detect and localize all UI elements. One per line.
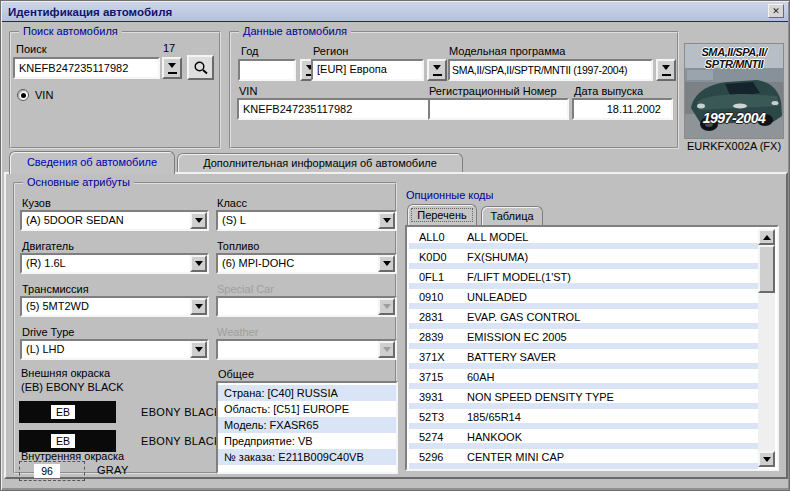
- option-code-row[interactable]: K0D0 FX(SHUMA): [409, 249, 758, 269]
- option-codes-label: Опционные коды: [406, 189, 493, 201]
- option-code: 5274: [409, 429, 467, 443]
- search-input[interactable]: [13, 57, 160, 79]
- fuel-label: Топливо: [217, 240, 259, 252]
- option-description: HANKOOK: [467, 429, 522, 443]
- option-code: 371X: [409, 349, 467, 363]
- region-dropdown-button[interactable]: [427, 59, 447, 81]
- tab-option-list-label: Перечень: [417, 209, 467, 221]
- close-icon[interactable]: ✕: [768, 4, 784, 18]
- car-photo-years: 1997-2004: [685, 110, 783, 126]
- class-combobox[interactable]: (S) L: [216, 210, 397, 231]
- general-info-line: Предприятие: VB: [218, 433, 396, 449]
- model-program-field[interactable]: SMA,II/SPA,II/SPTR/MNTII (1997-2004): [448, 59, 653, 81]
- year-input[interactable]: [238, 59, 296, 81]
- search-history-dropdown-button[interactable]: [162, 57, 182, 79]
- body-label: Кузов: [22, 197, 51, 209]
- option-code-row[interactable]: 5296 CENTER MINI CAP: [409, 449, 758, 469]
- tab-additional-info[interactable]: Дополнительная информация об автомобиле: [177, 153, 463, 172]
- chevron-down-icon[interactable]: [378, 255, 395, 272]
- option-code: 5386: [409, 469, 467, 471]
- option-code-row[interactable]: 0FL1 F/LIFT MODEL(1'ST): [409, 269, 758, 289]
- engine-combobox[interactable]: (R) 1.6L: [20, 253, 209, 274]
- general-info-label: Общее: [218, 368, 254, 380]
- model-program-dropdown-button[interactable]: [656, 59, 676, 81]
- chevron-down-icon[interactable]: [190, 341, 207, 358]
- option-code-row[interactable]: 3715 60AH: [409, 369, 758, 389]
- paint-swatch-name: EBONY BLACK: [141, 435, 222, 447]
- general-info-line: № заказа: E211B009C40VB: [218, 449, 396, 465]
- vehicle-data-group-label: Данные автомобиля: [239, 25, 351, 37]
- engine-value: (R) 1.6L: [26, 257, 187, 269]
- vin-radio[interactable]: VIN: [17, 89, 53, 101]
- vin-input[interactable]: [237, 98, 437, 120]
- scrollbar-thumb[interactable]: [758, 245, 775, 293]
- vin-radio-label: VIN: [35, 89, 53, 101]
- exterior-paint-label: Внешняя окраска: [21, 367, 110, 379]
- scrollbar[interactable]: [758, 229, 775, 467]
- transmission-combobox[interactable]: (5) 5MT2WD: [20, 296, 209, 317]
- option-code: ALL0: [409, 229, 467, 243]
- car-photo-title-line2: SPTR/MNTII: [685, 58, 783, 70]
- engine-label: Двигатель: [22, 240, 74, 252]
- chevron-down-icon[interactable]: [190, 212, 207, 229]
- exterior-paint-value: (EB) EBONY BLACK: [21, 381, 124, 393]
- option-code-row[interactable]: 2839 EMISSION EC 2005: [409, 329, 758, 349]
- chevron-down-icon[interactable]: [190, 298, 207, 315]
- dialog-title: Идентификация автомобиля: [8, 6, 172, 18]
- dropdown-bar-icon: [168, 72, 177, 74]
- search-icon: [193, 60, 209, 76]
- chevron-down-icon[interactable]: [190, 255, 207, 272]
- paint-swatch-code: EB: [51, 434, 75, 448]
- search-label: Поиск: [16, 43, 46, 55]
- option-code: 3715: [409, 369, 467, 383]
- dropdown-arrow-icon: [433, 65, 441, 74]
- option-code-row[interactable]: 0910 UNLEADED: [409, 289, 758, 309]
- scrollbar-up-button[interactable]: [758, 229, 775, 245]
- scrollbar-down-button[interactable]: [758, 451, 775, 467]
- region-field[interactable]: [EUR] Европа: [311, 59, 424, 81]
- body-combobox[interactable]: (A) 5DOOR SEDAN: [20, 210, 209, 231]
- option-description: EMISSION EC 2005: [467, 329, 567, 343]
- fuel-value: (6) MPI-DOHC: [222, 257, 375, 269]
- arrow-down-icon: [763, 457, 771, 466]
- drive-type-combobox[interactable]: (L) LHD: [20, 339, 209, 360]
- option-code-row[interactable]: 5274 HANKOOK: [409, 429, 758, 449]
- chevron-down-icon: [378, 341, 395, 358]
- option-code-row[interactable]: ALL0 ALL MODEL: [409, 229, 758, 249]
- option-code-row[interactable]: 2831 EVAP. GAS CONTROL: [409, 309, 758, 329]
- model-program-label: Модельная программа: [449, 45, 565, 57]
- interior-paint-swatch: 96: [19, 461, 85, 481]
- vehicle-identification-dialog: Идентификация автомобиля ✕ Поиск автомоб…: [0, 0, 790, 491]
- drive-type-label: Drive Type: [22, 326, 74, 338]
- option-description: 60AH: [467, 369, 495, 383]
- option-code-row[interactable]: 3931 NON SPEED DENSITY TYPE: [409, 389, 758, 409]
- option-description: ALL MODEL: [467, 229, 528, 243]
- general-info-line: Область: [C51] EUROPE: [218, 401, 396, 417]
- registration-number-input[interactable]: [428, 98, 569, 120]
- option-code-row[interactable]: 371X BATTERY SAVER: [409, 349, 758, 369]
- option-code-row[interactable]: 52T3 185/65R14: [409, 409, 758, 429]
- chevron-down-icon: [378, 298, 395, 315]
- registration-number-label: Регистрационный Номер: [429, 85, 557, 97]
- search-group-label: Поиск автомобиля: [19, 25, 122, 37]
- option-code-row[interactable]: 5386 WHL STL(14"): [409, 469, 758, 471]
- search-button[interactable]: [187, 55, 214, 80]
- dropdown-bar-icon: [433, 74, 442, 76]
- option-code: 2831: [409, 309, 467, 323]
- chevron-down-icon[interactable]: [378, 212, 395, 229]
- paint-swatch: EB: [19, 430, 116, 452]
- body-value: (A) 5DOOR SEDAN: [26, 214, 187, 226]
- paint-swatch-name: EBONY BLACK: [141, 406, 222, 418]
- region-label: Регион: [313, 45, 348, 57]
- weather-combobox-disabled: [216, 339, 397, 360]
- tab-option-list[interactable]: Перечень: [407, 204, 477, 225]
- tab-option-table[interactable]: Таблица: [481, 206, 543, 225]
- fuel-combobox[interactable]: (6) MPI-DOHC: [216, 253, 397, 274]
- transmission-label: Трансмиссия: [22, 283, 89, 295]
- radio-icon: [17, 89, 29, 101]
- special-car-label: Special Car: [217, 283, 274, 295]
- release-date-input[interactable]: [572, 98, 673, 120]
- option-codes-listbox[interactable]: ALL0 ALL MODEL K0D0 FX(SHUMA) 0FL1 F/LIF…: [405, 225, 779, 471]
- tab-vehicle-info[interactable]: Сведения об автомобиле: [9, 151, 175, 174]
- option-code: 3931: [409, 389, 467, 403]
